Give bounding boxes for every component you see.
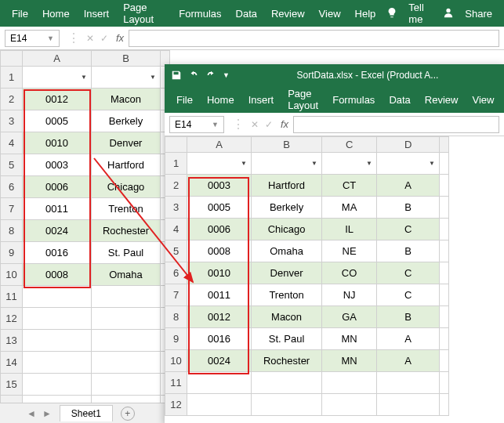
cell[interactable]: MA — [322, 197, 377, 219]
row-header[interactable]: 6 — [165, 262, 187, 284]
cell[interactable]: 0024 — [23, 220, 92, 242]
row-header[interactable]: 4 — [1, 132, 23, 154]
cell[interactable]: B — [377, 306, 440, 328]
row-header[interactable]: 10 — [1, 264, 23, 286]
cell[interactable]: CO — [322, 262, 377, 284]
add-sheet-button[interactable]: + — [121, 407, 135, 421]
row-header[interactable]: 14 — [1, 352, 23, 374]
cell[interactable]: 0016 — [23, 242, 92, 264]
ribbon-tab-file[interactable]: File — [169, 86, 200, 113]
row-header[interactable]: 7 — [1, 198, 23, 220]
row-header[interactable]: 5 — [165, 240, 187, 262]
cell[interactable]: Hartford — [252, 175, 322, 197]
cell[interactable]: B — [377, 240, 440, 262]
row-header[interactable]: 5 — [1, 154, 23, 176]
cell[interactable]: 0005 — [23, 110, 92, 132]
cancel-icon[interactable]: ✕ — [251, 119, 259, 130]
row-header[interactable]: 3 — [165, 197, 187, 219]
cell[interactable]: 0008 — [187, 240, 252, 262]
filter-dropdown-icon[interactable]: ▼ — [78, 72, 89, 83]
row-header[interactable]: 11 — [1, 286, 23, 308]
cell[interactable]: 0003 — [23, 154, 92, 176]
select-all-corner[interactable] — [165, 137, 187, 153]
name-box[interactable]: E14 ▼ — [169, 116, 224, 133]
filter-dropdown-icon[interactable]: ▼ — [309, 158, 320, 169]
column-header-A[interactable]: A — [187, 137, 252, 153]
cell[interactable]: 0006 — [187, 219, 252, 240]
cell[interactable]: NE — [322, 240, 377, 262]
row-header[interactable]: 11 — [165, 372, 187, 394]
cell[interactable]: 0011 — [187, 284, 252, 306]
ribbon-tab-help[interactable]: Help — [348, 0, 383, 27]
fx-icon[interactable]: fx — [116, 32, 124, 44]
ribbon-tab-review[interactable]: Review — [418, 86, 466, 113]
cancel-icon[interactable]: ✕ — [86, 33, 94, 44]
cell[interactable]: Rochester — [92, 220, 161, 242]
cell[interactable]: Denver — [92, 132, 161, 154]
table-header-vendorid[interactable]: VendorID▼ — [23, 67, 92, 89]
ribbon-tab-file[interactable]: File — [5, 0, 35, 27]
fx-icon[interactable]: fx — [281, 118, 288, 130]
cell[interactable]: MN — [322, 328, 377, 350]
ribbon-tab-view[interactable]: View — [312, 0, 348, 27]
cell[interactable]: Macon — [252, 306, 322, 328]
cell[interactable]: St. Paul — [252, 328, 322, 350]
ribbon-tab-page-layout[interactable]: Page Layout — [281, 86, 325, 113]
sheet-nav-next[interactable]: ► — [39, 408, 55, 419]
save-icon[interactable] — [171, 70, 182, 81]
table-header-city[interactable]: City▼ — [92, 67, 161, 89]
cell[interactable]: C — [377, 219, 440, 240]
cell[interactable]: 0024 — [187, 350, 252, 372]
row-header[interactable]: 8 — [1, 220, 23, 242]
row-header[interactable]: 9 — [1, 242, 23, 264]
row-header[interactable]: 7 — [165, 284, 187, 306]
column-header-C[interactable]: C — [322, 137, 377, 153]
cell[interactable]: 0012 — [23, 89, 92, 110]
cell[interactable]: Omaha — [252, 240, 322, 262]
cell[interactable]: Trenton — [92, 198, 161, 220]
cell[interactable]: IL — [322, 219, 377, 240]
cell[interactable]: B — [377, 197, 440, 219]
cell[interactable]: Berkely — [252, 197, 322, 219]
cell[interactable]: Berkely — [92, 110, 161, 132]
table-header-product[interactable]: Product▼ — [377, 153, 440, 175]
row-header[interactable]: 9 — [165, 328, 187, 350]
row-header[interactable]: 1 — [1, 67, 23, 89]
ribbon-tab-insert[interactable]: Insert — [241, 86, 281, 113]
column-header-B[interactable]: B — [252, 137, 322, 153]
ribbon-tab-data[interactable]: Data — [229, 0, 264, 27]
filter-dropdown-icon[interactable]: ▼ — [426, 158, 437, 169]
sheet-nav-prev[interactable]: ◄ — [24, 408, 39, 419]
ribbon-tab-view[interactable]: View — [465, 86, 501, 113]
undo-icon[interactable] — [188, 70, 199, 81]
chevron-down-icon[interactable]: ▼ — [47, 34, 54, 42]
ribbon-tab-insert[interactable]: Insert — [77, 0, 117, 27]
cell[interactable]: Rochester — [252, 350, 322, 372]
cell[interactable]: Omaha — [92, 264, 161, 286]
cell[interactable]: Denver — [252, 262, 322, 284]
row-header[interactable]: 13 — [1, 330, 23, 352]
filter-dropdown-icon[interactable]: ▼ — [238, 158, 249, 169]
redo-icon[interactable] — [205, 70, 216, 81]
spreadsheet-grid[interactable]: AB1VendorID▼City▼20012Macon30005Berkely4… — [0, 50, 170, 403]
ribbon-tab-page-layout[interactable]: Page Layout — [116, 0, 172, 27]
row-header[interactable]: 2 — [165, 175, 187, 197]
chevron-down-icon[interactable]: ▼ — [212, 121, 219, 128]
ribbon-tab-formulas[interactable]: Formulas — [325, 86, 382, 113]
row-header[interactable]: 12 — [165, 394, 187, 416]
row-header[interactable]: 3 — [1, 110, 23, 132]
cell[interactable]: C — [377, 262, 440, 284]
ribbon-tab-data[interactable]: Data — [382, 86, 417, 113]
cell[interactable]: 0012 — [187, 306, 252, 328]
formula-input[interactable] — [129, 30, 499, 47]
select-all-corner[interactable] — [1, 51, 23, 67]
cell[interactable]: Chicago — [252, 219, 322, 240]
cell[interactable]: 0006 — [23, 176, 92, 198]
filter-dropdown-icon[interactable]: ▼ — [364, 158, 375, 169]
ribbon-tab-home[interactable]: Home — [35, 0, 77, 27]
cell[interactable]: A — [377, 350, 440, 372]
enter-icon[interactable]: ✓ — [100, 33, 108, 44]
name-box[interactable]: E14 ▼ — [5, 30, 60, 47]
cell[interactable]: 0010 — [187, 262, 252, 284]
cell[interactable]: 0005 — [187, 197, 252, 219]
